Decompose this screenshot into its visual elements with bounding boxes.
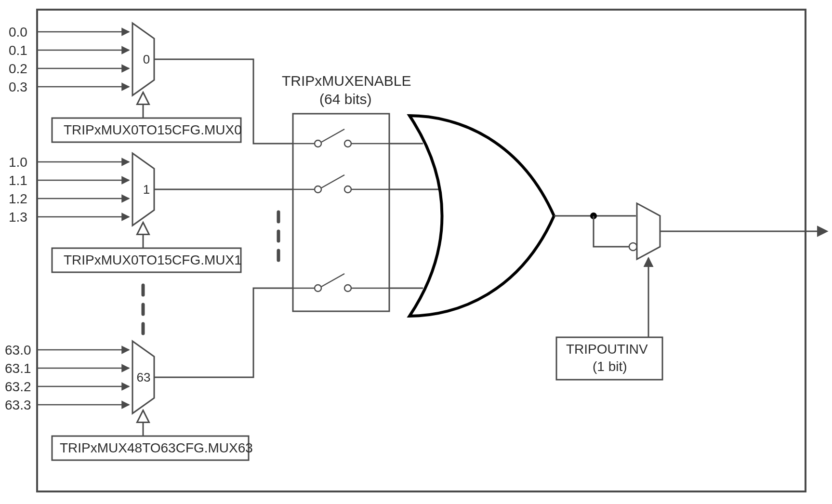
mux63-in0: 63.0 [5,343,31,358]
svg-point-35 [344,285,351,292]
mux0-in3: 0.3 [9,80,27,94]
mux63-in3: 63.3 [5,398,31,412]
svg-point-25 [315,186,321,193]
svg-point-20 [315,140,321,147]
mux0-in1: 0.1 [9,43,27,58]
mux0-in0: 0.0 [9,25,27,40]
mux1-cfg-label: TRIPxMUX0TO15CFG.MUX1 [64,252,242,267]
mux63-in1: 63.1 [5,361,31,376]
svg-point-27 [344,186,351,193]
outinv-title: TRIPOUTINV [566,342,648,357]
mux0-in2: 0.2 [9,61,27,76]
svg-point-33 [315,285,321,292]
svg-point-22 [344,140,351,147]
invert-bubble-icon [629,243,637,251]
mux1-in0: 1.0 [9,155,27,170]
mux1-in1: 1.1 [9,173,27,188]
mux1-num: 1 [143,182,150,197]
mux63-num: 63 [137,370,151,385]
mux1-in2: 1.2 [9,191,27,206]
mux63-cfg-label: TRIPxMUX48TO63CFG.MUX63 [60,440,253,455]
mux1-in3: 1.3 [9,210,27,225]
enable-title: TRIPxMUXENABLE [282,73,411,89]
mux0-num: 0 [143,52,150,66]
enable-bits: (64 bits) [319,91,371,107]
mux63-in2: 63.2 [5,379,31,394]
outinv-bits: (1 bit) [593,359,627,374]
mux0-cfg-label: TRIPxMUX0TO15CFG.MUX0 [64,122,242,137]
